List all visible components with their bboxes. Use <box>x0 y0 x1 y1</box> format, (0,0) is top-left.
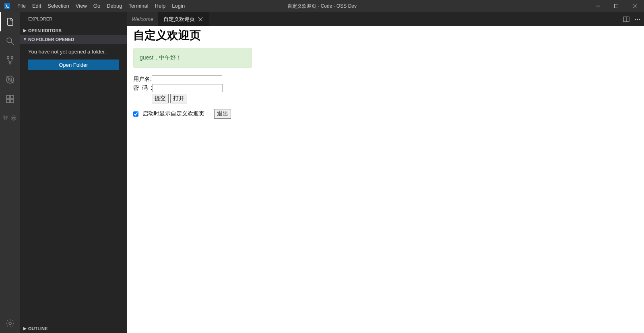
activity-search[interactable] <box>0 31 20 51</box>
sidebar: EXPLORER ▶ OPEN EDITORS ▼ NO FOLDER OPEN… <box>20 12 127 333</box>
chevron-down-icon: ▼ <box>22 35 28 44</box>
outline-label: OUTLINE <box>28 324 47 333</box>
greeting-alert: guest，中午好！ <box>133 48 252 68</box>
activity-debug[interactable] <box>0 70 20 89</box>
svg-rect-16 <box>10 99 14 103</box>
main-area: 登 录 EXPLORER ▶ OPEN EDITORS ▼ NO FOLDER … <box>0 12 644 333</box>
minimize-button[interactable] <box>588 0 607 12</box>
window-controls <box>588 0 644 12</box>
menu-go[interactable]: Go <box>90 0 103 12</box>
password-input[interactable] <box>152 84 223 92</box>
submit-button[interactable]: 提交 <box>152 94 169 103</box>
options-row: 启动时显示自定义欢迎页 退出 <box>133 109 638 119</box>
show-on-start-label: 启动时显示自定义欢迎页 <box>142 110 204 117</box>
close-button[interactable] <box>625 0 644 12</box>
tabs-bar: Welcome 自定义欢迎页 <box>127 12 644 26</box>
split-icon <box>623 16 630 23</box>
no-folder-message: You have not yet opened a folder. <box>20 44 127 60</box>
svg-rect-15 <box>6 99 10 103</box>
tab-close-button[interactable] <box>197 16 204 23</box>
svg-point-23 <box>637 18 638 20</box>
svg-rect-2 <box>615 4 618 8</box>
title-bar: File Edit Selection View Go Debug Termin… <box>0 0 644 12</box>
activity-login[interactable]: 登 录 <box>0 109 20 128</box>
menu-view[interactable]: View <box>72 0 90 12</box>
no-folder-header[interactable]: ▼ NO FOLDER OPENED <box>20 35 127 44</box>
window-title: 自定义欢迎页 - Code - OSS Dev <box>287 3 357 10</box>
chevron-right-icon: ▶ <box>22 26 28 35</box>
svg-point-7 <box>7 57 9 59</box>
show-on-start-checkbox[interactable] <box>133 111 138 117</box>
menu-help[interactable]: Help <box>152 0 169 12</box>
close-icon <box>198 17 202 21</box>
page-heading: 自定义欢迎页 <box>133 28 638 43</box>
activity-source-control[interactable] <box>0 51 20 70</box>
more-actions-button[interactable] <box>634 16 641 23</box>
activity-settings[interactable] <box>0 314 20 333</box>
split-editor-button[interactable] <box>623 16 630 23</box>
svg-point-5 <box>7 38 12 43</box>
menu-edit[interactable]: Edit <box>29 0 44 12</box>
tab-welcome[interactable]: Welcome <box>127 12 159 26</box>
menu-selection[interactable]: Selection <box>44 0 72 12</box>
password-label: 密 码 : <box>133 84 152 92</box>
logout-button[interactable]: 退出 <box>214 109 231 119</box>
menu-terminal[interactable]: Terminal <box>125 0 151 12</box>
maximize-button[interactable] <box>607 0 625 12</box>
svg-rect-13 <box>6 95 10 99</box>
editor-content: 自定义欢迎页 guest，中午好！ 用户名: 密 码 : 提交 打开 启动时显示… <box>127 26 644 333</box>
tab-welcome-label: Welcome <box>132 16 153 22</box>
open-editors-label: OPEN EDITORS <box>28 26 62 35</box>
tab-custom-welcome[interactable]: 自定义欢迎页 <box>159 12 209 26</box>
menu-login[interactable]: Login <box>169 0 188 12</box>
extensions-icon <box>5 94 15 104</box>
svg-point-9 <box>9 62 11 64</box>
open-button[interactable]: 打开 <box>170 94 187 103</box>
activity-extensions[interactable] <box>0 89 20 109</box>
sidebar-title: EXPLORER <box>20 12 127 26</box>
bug-icon <box>5 75 15 84</box>
svg-line-6 <box>11 42 14 45</box>
tab-custom-label: 自定义欢迎页 <box>163 16 195 23</box>
svg-point-8 <box>11 57 13 59</box>
svg-point-17 <box>9 322 11 325</box>
svg-rect-14 <box>10 95 14 99</box>
app-icon <box>0 0 14 12</box>
activity-explorer[interactable] <box>0 12 20 31</box>
gear-icon <box>5 319 15 328</box>
username-input[interactable] <box>152 75 222 83</box>
menu-debug[interactable]: Debug <box>103 0 125 12</box>
activity-bar: 登 录 <box>0 12 20 333</box>
open-editors-header[interactable]: ▶ OPEN EDITORS <box>20 26 127 35</box>
username-label: 用户名: <box>133 76 152 83</box>
git-icon <box>5 56 15 65</box>
svg-point-22 <box>635 18 636 20</box>
password-row: 密 码 : <box>133 84 638 92</box>
svg-point-24 <box>639 18 640 20</box>
open-folder-button[interactable]: Open Folder <box>28 60 119 70</box>
button-row: 提交 打开 <box>152 94 638 103</box>
no-folder-label: NO FOLDER OPENED <box>28 35 74 44</box>
login-text: 登 录 <box>3 115 17 122</box>
ellipsis-icon <box>634 16 641 23</box>
chevron-right-icon: ▶ <box>22 324 28 333</box>
editor-area: Welcome 自定义欢迎页 自定义欢迎页 guest，中午好！ <box>127 12 644 333</box>
editor-actions <box>623 12 644 26</box>
files-icon <box>5 17 15 27</box>
menu-file[interactable]: File <box>14 0 29 12</box>
outline-header[interactable]: ▶ OUTLINE <box>20 324 127 333</box>
menu-bar: File Edit Selection View Go Debug Termin… <box>14 0 188 12</box>
search-icon <box>5 36 15 46</box>
username-row: 用户名: <box>133 75 638 83</box>
